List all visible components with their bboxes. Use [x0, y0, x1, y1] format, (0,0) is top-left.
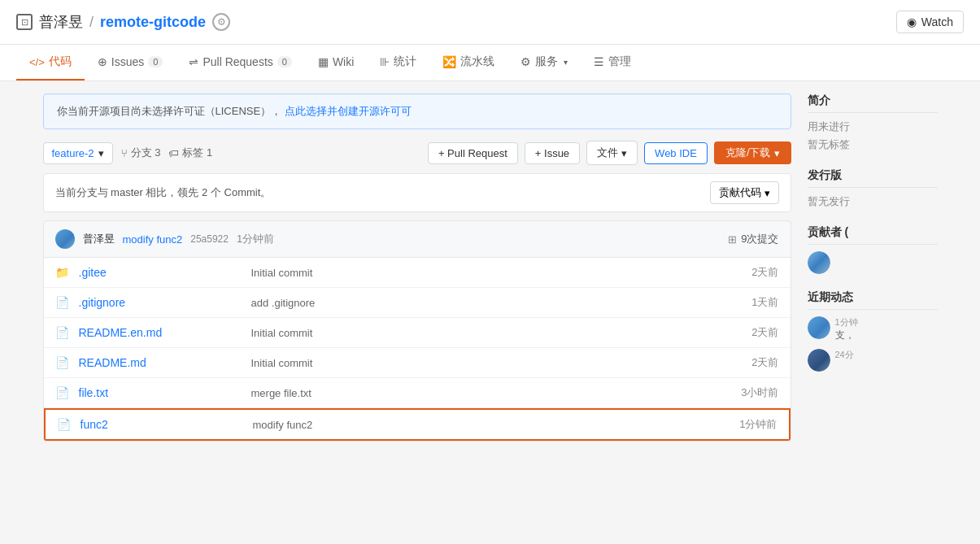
file-dropdown-icon: ▾ [621, 147, 627, 159]
file-icon-gitignore: 📄 [55, 296, 69, 309]
sidebar-intro: 简介 用来进行 暂无标签 [808, 94, 938, 152]
file-time-readme: 2天前 [722, 355, 779, 370]
pulls-tab-label: Pull Requests [203, 55, 272, 68]
pipeline-tab-icon: 🔀 [442, 55, 456, 68]
file-name-func2[interactable]: func2 [81, 418, 243, 431]
commit-hash[interactable]: 25a5922 [190, 233, 229, 245]
activity-avatar-1 [808, 316, 830, 339]
file-commit-readme: Initial commit [251, 357, 712, 369]
sidebar-contributors-title: 贡献者 ( [808, 225, 938, 245]
clone-btn-label: 克隆/下载 [725, 146, 771, 160]
tab-issues[interactable]: ⊕ Issues 0 [85, 46, 176, 80]
pulls-tab-icon: ⇌ [189, 55, 198, 68]
file-row-func2: 📄 func2 modify func2 1分钟前 [44, 408, 791, 441]
file-icon-func2: 📄 [57, 418, 71, 431]
stats-tab-label: 统计 [394, 54, 416, 69]
manage-tab-label: 管理 [608, 54, 631, 69]
eye-icon: ◉ [907, 15, 917, 28]
tab-services[interactable]: ⚙ 服务 ▾ [507, 45, 581, 81]
activity-time-1: 1分钟 [835, 316, 858, 329]
wiki-tab-icon: ▦ [318, 55, 329, 68]
main-content: 你当前开源项目尚未选择许可证（LICENSE）， 点此选择并创建开源许可可 fe… [43, 81, 938, 454]
content-left: 你当前开源项目尚未选择许可证（LICENSE）， 点此选择并创建开源许可可 fe… [43, 94, 791, 442]
tag-icon: 🏷 [168, 147, 179, 159]
tab-code[interactable]: </> 代码 [16, 45, 85, 81]
repo-title: ⊡ 普泽昱 / remote-gitcode ⚙ [16, 12, 230, 32]
sidebar-releases: 发行版 暂无发行 [808, 168, 938, 209]
sidebar-intro-text: 用来进行 [808, 120, 938, 134]
pull-request-button[interactable]: + Pull Request [428, 142, 518, 164]
page-wrapper: 你当前开源项目尚未选择许可证（LICENSE）， 点此选择并创建开源许可可 fe… [0, 81, 980, 454]
contribute-dropdown-icon: ▾ [764, 187, 770, 199]
code-tab-icon: </> [29, 56, 45, 68]
license-banner: 你当前开源项目尚未选择许可证（LICENSE）， 点此选择并创建开源许可可 [43, 94, 791, 129]
file-name-filetxt[interactable]: file.txt [79, 386, 242, 399]
file-name-gitignore[interactable]: .gitignore [79, 296, 242, 309]
license-text: 你当前开源项目尚未选择许可证（LICENSE）， [57, 105, 282, 117]
commit-bar: 普泽昱 modify func2 25a5922 1分钟前 ⊞ 9次提交 [43, 220, 791, 258]
file-icon-filetxt: 📄 [55, 386, 69, 399]
commits-count[interactable]: 9次提交 [741, 232, 778, 246]
file-row-filetxt: 📄 file.txt merge file.txt 3小时前 [44, 378, 791, 408]
activity-text-2: 24分 [835, 349, 854, 361]
clone-button[interactable]: 克隆/下载 ▾ [714, 141, 791, 164]
branches-info[interactable]: ⑂ 分支 3 [121, 146, 161, 160]
file-btn-label: 文件 [597, 146, 618, 160]
commits-icon: ⊞ [728, 233, 737, 246]
repo-owner[interactable]: 普泽昱 [39, 12, 83, 32]
issue-button[interactable]: + Issue [525, 142, 580, 164]
commit-message[interactable]: modify func2 [123, 233, 183, 246]
branch-fork-icon: ⑂ [121, 147, 128, 159]
repo-name[interactable]: remote-gitcode [100, 14, 206, 31]
services-tab-label: 服务 [535, 54, 558, 69]
services-tab-icon: ⚙ [520, 55, 531, 68]
file-icon-readme-en: 📄 [55, 326, 69, 339]
nav-tabs: </> 代码 ⊕ Issues 0 ⇌ Pull Requests 0 ▦ Wi… [0, 45, 980, 81]
tab-manage[interactable]: ☰ 管理 [581, 45, 644, 81]
activity-text-1: 1分钟 支， [835, 316, 858, 342]
top-header: ⊡ 普泽昱 / remote-gitcode ⚙ ◉ Watch [0, 0, 980, 45]
watch-label: Watch [921, 15, 953, 28]
toolbar-row: feature-2 ▾ ⑂ 分支 3 🏷 标签 1 + Pull Request… [43, 141, 791, 165]
file-name-readme[interactable]: README.md [79, 356, 242, 369]
issues-tab-label: Issues [111, 55, 144, 68]
branch-selector[interactable]: feature-2 ▾ [43, 142, 113, 164]
contributor-avatar-1[interactable] [808, 251, 830, 274]
contribute-button[interactable]: 贡献代码 ▾ [710, 181, 779, 204]
file-table: 📁 .gitee Initial commit 2天前 📄 .gitignore… [43, 258, 791, 442]
tab-wiki[interactable]: ▦ Wiki [305, 46, 367, 80]
webide-button[interactable]: Web IDE [644, 142, 708, 164]
activity-time-2: 24分 [835, 349, 854, 361]
wiki-tab-label: Wiki [333, 55, 354, 68]
tab-pulls[interactable]: ⇌ Pull Requests 0 [176, 46, 305, 80]
activity-detail-1: 支， [835, 329, 858, 342]
tab-pipeline[interactable]: 🔀 流水线 [429, 45, 507, 81]
file-commit-gitee: Initial commit [251, 267, 712, 279]
file-row-gitee: 📁 .gitee Initial commit 2天前 [44, 258, 791, 288]
file-name-gitee[interactable]: .gitee [79, 266, 242, 279]
tab-stats[interactable]: ⊪ 统计 [367, 45, 429, 81]
branch-dropdown-icon: ▾ [98, 147, 104, 159]
tags-info[interactable]: 🏷 标签 1 [168, 146, 212, 160]
contribute-btn-label: 贡献代码 [719, 185, 761, 200]
title-separator: / [89, 14, 94, 31]
file-time-func2: 1分钟前 [721, 417, 777, 432]
file-name-readme-en[interactable]: README.en.md [79, 326, 242, 339]
activity-item-2: 24分 [808, 349, 938, 372]
sidebar-releases-text: 暂无发行 [808, 194, 938, 209]
folder-icon: 📁 [55, 266, 69, 279]
stats-tab-icon: ⊪ [380, 55, 390, 68]
sidebar-activity: 近期动态 1分钟 支， [808, 290, 938, 372]
repo-settings-icon[interactable]: ⚙ [212, 13, 230, 31]
commit-bar-right: ⊞ 9次提交 [728, 232, 778, 246]
license-link[interactable]: 点此选择并创建开源许可可 [285, 105, 412, 117]
file-row-readme-en: 📄 README.en.md Initial commit 2天前 [44, 318, 791, 348]
file-button[interactable]: 文件 ▾ [586, 141, 638, 165]
file-row-readme: 📄 README.md Initial commit 2天前 [44, 348, 791, 378]
sidebar: 简介 用来进行 暂无标签 发行版 暂无发行 贡献者 ( [808, 94, 938, 442]
commit-bar-left: 普泽昱 modify func2 25a5922 1分钟前 [55, 229, 275, 249]
commit-author[interactable]: 普泽昱 [83, 232, 115, 246]
clone-dropdown-icon: ▾ [774, 147, 780, 159]
watch-button[interactable]: ◉ Watch [896, 11, 964, 33]
sidebar-releases-title: 发行版 [808, 168, 938, 188]
